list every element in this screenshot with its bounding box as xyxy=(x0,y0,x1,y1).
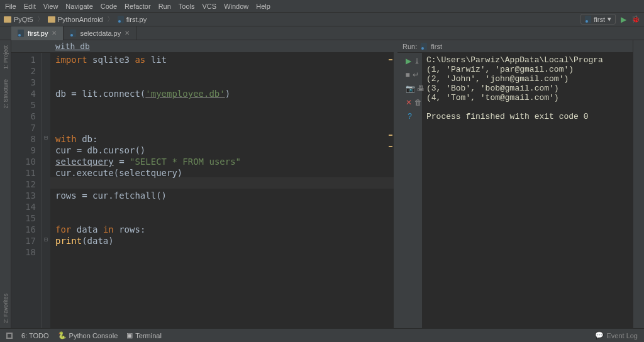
stop-button[interactable]: ■ xyxy=(406,70,410,79)
crumb-file-label: first.py xyxy=(126,16,147,23)
crumb-folder[interactable]: PythonAndroid xyxy=(48,16,103,23)
menu-navigate[interactable]: Navigate xyxy=(65,3,92,10)
event-log-label: Event Log xyxy=(606,332,638,339)
toolwindow-terminal[interactable]: ▣ Terminal xyxy=(126,331,162,339)
menu-window[interactable]: Window xyxy=(224,3,248,10)
toolwindows-toggle-icon[interactable] xyxy=(6,333,13,339)
editor-tabstrip: first.py ✕ selectdata.py ✕ xyxy=(0,26,644,40)
breadcrumb-sep: 〉 xyxy=(107,14,114,24)
chevron-down-icon: ▾ xyxy=(608,15,611,23)
nav-row: PyQt5 〉 PythonAndroid 〉 first.py first ▾… xyxy=(0,13,644,26)
menu-file[interactable]: File xyxy=(5,3,16,10)
menu-run[interactable]: Run xyxy=(158,3,171,10)
python-icon: 🐍 xyxy=(58,331,67,339)
toolwindow-structure[interactable]: 2: Structure xyxy=(1,74,10,114)
toolwindow-favorites[interactable]: 2: Favorites xyxy=(1,289,10,328)
close-icon[interactable]: ✕ xyxy=(125,30,130,36)
soft-wrap-button[interactable]: ↵ xyxy=(413,70,419,79)
menubar: File Edit View Navigate Code Refactor Ru… xyxy=(0,0,644,13)
run-header-target: first xyxy=(431,43,442,50)
console-output[interactable]: C:\Users\Parwiz\AppData\Local\Progra (1,… xyxy=(423,53,633,328)
close-run-button[interactable]: ✕ xyxy=(406,98,412,107)
editor: with db 123456789101112131415161718 ⊟⊟ i… xyxy=(11,40,394,328)
code-area[interactable]: import sqlite3 as lit db = lit.connect('… xyxy=(50,53,394,328)
python-file-icon xyxy=(70,30,76,37)
debug-button[interactable]: 🐞 xyxy=(631,15,640,23)
menu-tools[interactable]: Tools xyxy=(179,3,195,10)
menu-vcs[interactable]: VCS xyxy=(203,3,217,10)
python-file-icon xyxy=(585,16,591,23)
help-button[interactable]: ? xyxy=(406,112,414,121)
toolwindow-todo[interactable]: 6: TODO xyxy=(21,332,49,339)
tab-label: first.py xyxy=(28,30,48,37)
rerun-button[interactable]: ▶ xyxy=(406,57,411,65)
scroll-to-end-button[interactable]: ⤓ xyxy=(414,57,420,65)
scope-label: with db xyxy=(55,41,90,51)
breadcrumb-sep: 〉 xyxy=(37,14,44,24)
terminal-icon: ▣ xyxy=(126,331,133,339)
folder-icon xyxy=(48,16,55,23)
line-number-gutter[interactable]: 123456789101112131415161718 xyxy=(11,53,42,328)
run-config-label: first xyxy=(594,16,605,23)
close-icon[interactable]: ✕ xyxy=(52,30,57,36)
tab-selectdata-py[interactable]: selectdata.py ✕ xyxy=(64,26,136,40)
run-toolbar: ▶ ⤓ ■ ↵ 📷 🖶 ✕ 🗑 ? xyxy=(397,53,423,328)
fold-gutter[interactable]: ⊟⊟ xyxy=(42,53,50,328)
trash-button[interactable]: 🗑 xyxy=(414,98,422,107)
menu-refactor[interactable]: Refactor xyxy=(125,3,151,10)
crumb-project-label: PyQt5 xyxy=(14,16,33,23)
run-config-selector[interactable]: first ▾ xyxy=(580,14,616,25)
event-log-icon: 💬 xyxy=(595,331,604,339)
menu-edit[interactable]: Edit xyxy=(24,3,36,10)
menu-view[interactable]: View xyxy=(43,3,58,10)
run-toolwindow: Run: first ▶ ⤓ ■ ↵ 📷 🖶 ✕ xyxy=(394,40,633,328)
python-file-icon xyxy=(18,30,24,37)
folder-icon xyxy=(4,16,11,23)
run-button[interactable]: ▶ xyxy=(621,15,626,24)
status-bar: 6: TODO 🐍 Python Console ▣ Terminal 💬 Ev… xyxy=(0,328,644,342)
dump-threads-button[interactable]: 📷 xyxy=(406,84,414,93)
toolwindow-project[interactable]: 1: Project xyxy=(1,40,10,74)
tab-label: selectdata.py xyxy=(80,30,121,37)
toolwindow-stripe-right xyxy=(633,40,644,328)
run-toolwindow-header[interactable]: Run: first xyxy=(397,40,633,53)
run-header-label: Run: xyxy=(402,43,417,50)
menu-help[interactable]: Help xyxy=(256,3,270,10)
breadcrumb: PyQt5 〉 PythonAndroid 〉 first.py xyxy=(4,14,147,24)
code-scope-breadcrumb[interactable]: with db xyxy=(11,40,394,53)
crumb-file[interactable]: first.py xyxy=(118,16,147,23)
python-file-icon xyxy=(118,16,124,23)
tab-first-py[interactable]: first.py ✕ xyxy=(11,26,64,40)
python-file-icon xyxy=(421,43,427,50)
toolwindow-stripe-left: 1: Project 2: Structure 2: Favorites xyxy=(0,40,11,328)
menu-code[interactable]: Code xyxy=(101,3,117,10)
python-console-label: Python Console xyxy=(69,332,118,339)
terminal-label: Terminal xyxy=(135,332,162,339)
crumb-project[interactable]: PyQt5 xyxy=(4,16,33,23)
event-log-button[interactable]: 💬 Event Log xyxy=(595,331,638,339)
crumb-folder-label: PythonAndroid xyxy=(58,16,103,23)
toolwindow-python-console[interactable]: 🐍 Python Console xyxy=(58,331,118,339)
